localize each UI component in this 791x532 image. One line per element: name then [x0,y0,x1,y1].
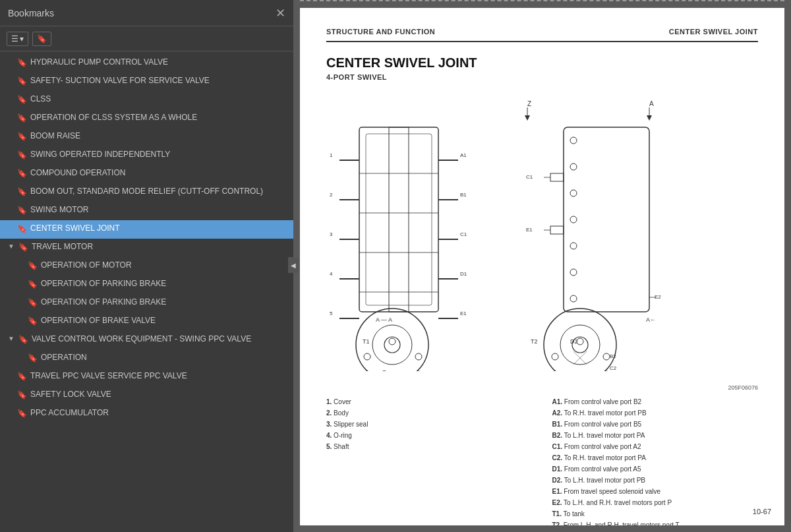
svg-text:E1: E1 [460,310,467,316]
legend-item: T2. From L.H. and R.H. travel motors por… [552,521,759,525]
svg-point-64 [544,309,616,371]
svg-point-55 [389,338,396,345]
bookmark-icon: 🔖 [17,150,26,161]
legend-item: 5. Shaft [326,442,533,452]
legend-area: 1. Cover2. Body3. Slipper seal4. O-ring5… [326,398,758,525]
bookmark-item[interactable]: 🔖BOOM OUT, STANDARD MODE RELIEF (CUTT-OF… [0,183,293,202]
bookmark-label: OPERATION [41,353,288,363]
bookmark-label: SAFETY LOCK VALVE [30,390,288,400]
bookmark-item[interactable]: 🔖SWING MOTOR [0,202,293,220]
svg-marker-5 [647,115,652,121]
bookmark-label: CENTER SWIVEL JOINT [30,223,288,234]
svg-text:C1: C1 [460,231,467,237]
bookmark-icon: 🔖 [18,243,28,253]
bookmark-icon: 🔖 [18,335,28,345]
expand-icon[interactable]: ▼ [8,242,17,251]
bookmark-icon: 🔖 [28,261,37,272]
collapse-panel-arrow[interactable]: ◀ [288,257,299,273]
bookmark-item[interactable]: 🔖SAFETY LOCK VALVE [0,386,293,405]
svg-point-37 [570,190,577,196]
bookmark-item[interactable]: 🔖COMPOUND OPERATION [0,165,293,183]
bookmark-icon-button[interactable]: 🔖 [32,32,51,46]
svg-rect-7 [366,134,432,305]
svg-point-36 [570,163,577,170]
bookmark-item[interactable]: 🔖OPERATION OF CLSS SYSTEM AS A WHOLE [0,109,293,128]
bookmark-label: OPERATION OF PARKING BRAKE [41,279,288,289]
bookmarks-close-button[interactable]: ✕ [276,7,285,19]
legend-item: B2. To L.H. travel motor port PA [552,431,759,440]
svg-text:Z: Z [527,100,531,107]
bookmark-item[interactable]: 🔖TRAVEL PPC VALVE SERVICE PPC VALVE [0,368,293,386]
bookmark-item[interactable]: 🔖OPERATION OF BRAKE VALVE [0,312,293,331]
document-content: STRUCTURE AND FUNCTION CENTER SWIVEL JOI… [300,8,784,525]
bookmark-icon: 🔖 [37,34,47,44]
svg-point-60 [364,353,370,360]
expand-icon[interactable]: ▼ [8,334,17,343]
bookmark-item[interactable]: 🔖SWING OPERATED INDEPENDENTLY [0,146,293,165]
legend-item: D1. From control valve port A5 [552,465,759,474]
legend-item: E2. To L.H. and R.H. travel motors port … [552,498,759,508]
bookmark-label: OPERATION OF BRAKE VALVE [41,316,288,326]
bookmark-icon: 🔖 [17,187,26,198]
bookmark-label: VALVE CONTROL WORK EQUIPMENT - SWING PPC… [32,334,288,345]
bookmark-item[interactable]: 🔖OPERATION [0,349,293,368]
bookmark-label: TRAVEL PPC VALVE SERVICE PPC VALVE [30,371,288,382]
legend-item: D2. To L.H. travel motor port PB [552,476,759,485]
doc-header-left: STRUCTURE AND FUNCTION [326,28,435,36]
bookmark-item[interactable]: 🔖OPERATION OF MOTOR [0,257,293,276]
diagram-area: Z A [326,94,758,371]
bookmarks-list[interactable]: 🔖HYDRAULIC PUMP CONTROL VALVE🔖SAFETY- SU… [0,51,293,532]
bookmark-label: PPC ACCUMULATOR [30,408,288,419]
bookmark-icon: 🔖 [17,76,26,87]
svg-text:2: 2 [330,192,333,198]
svg-text:1: 1 [330,152,333,158]
legend-right: A1. From control valve port B2A2. To R.H… [552,398,759,525]
bookmark-item[interactable]: 🔖BOOM RAISE [0,128,293,146]
bookmark-label: OPERATION OF MOTOR [41,260,288,271]
svg-text:C2: C2 [610,365,617,371]
dashed-border [300,0,784,1]
legend-item: 2. Body [326,409,533,418]
page-number: 10-67 [753,508,771,516]
bookmark-item[interactable]: 🔖CENTER SWIVEL JOINT [0,220,293,239]
svg-text:B2: B2 [610,353,616,359]
bookmark-icon: 🔖 [17,206,26,216]
bookmark-icon: 🔖 [17,390,26,401]
svg-point-39 [570,243,577,249]
legend-item: C2. To R.H. travel motor port PA [552,454,759,463]
bookmark-item[interactable]: ▼🔖TRAVEL MOTOR [0,239,293,257]
bookmark-icon: 🔖 [28,316,37,327]
svg-point-38 [570,216,577,223]
document-panel: STRUCTURE AND FUNCTION CENTER SWIVEL JOI… [293,0,791,532]
bookmark-label: BOOM OUT, STANDARD MODE RELIEF (CUTT-OFF… [30,187,288,197]
svg-point-40 [570,269,577,276]
bookmarks-header: Bookmarks ✕ [0,0,293,26]
svg-text:D1: D1 [460,271,467,277]
bookmark-label: TRAVEL MOTOR [32,242,288,252]
svg-point-35 [570,137,577,144]
legend-left: 1. Cover2. Body3. Slipper seal4. O-ring5… [326,398,533,525]
list-view-button[interactable]: ☰ ▾ [7,32,28,46]
bookmark-label: COMPOUND OPERATION [30,168,288,179]
svg-point-41 [570,295,577,302]
bookmark-item[interactable]: 🔖CLSS [0,91,293,109]
svg-text:5: 5 [330,310,333,316]
bookmark-label: BOOM RAISE [30,131,288,142]
bookmark-item[interactable]: ▼🔖VALVE CONTROL WORK EQUIPMENT - SWING P… [0,331,293,349]
bookmark-item[interactable]: 🔖OPERATION OF PARKING BRAKE [0,294,293,312]
bookmark-item[interactable]: 🔖HYDRAULIC PUMP CONTROL VALVE [0,54,293,73]
bookmark-icon: 🔖 [17,113,26,124]
bookmark-item[interactable]: 🔖OPERATION OF PARKING BRAKE [0,276,293,294]
svg-marker-2 [525,115,530,121]
bookmark-label: SAFETY- SUCTION VALVE FOR SERVICE VALVE [30,76,288,86]
bookmark-item[interactable]: 🔖SAFETY- SUCTION VALVE FOR SERVICE VALVE [0,73,293,91]
bookmark-icon: 🔖 [17,409,26,419]
image-reference: 205F06076 [326,384,758,391]
legend-item: 4. O-ring [326,431,533,440]
bookmark-label: OPERATION OF CLSS SYSTEM AS A WHOLE [30,113,288,123]
bookmark-item[interactable]: 🔖PPC ACCUMULATOR [0,405,293,423]
svg-point-71 [603,353,610,360]
legend-item: T1. To tank [552,510,759,519]
legend-item: 1. Cover [326,398,533,407]
svg-text:A←: A← [646,316,656,323]
